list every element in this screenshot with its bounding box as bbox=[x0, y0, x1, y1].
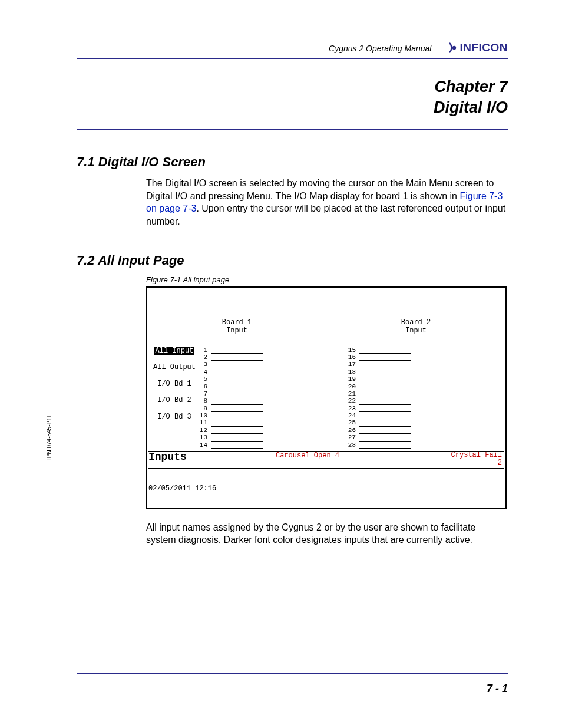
input-row: 2 bbox=[198, 354, 316, 361]
input-value-line bbox=[359, 355, 411, 361]
input-row: 26 bbox=[346, 427, 464, 434]
input-row: 28 bbox=[346, 442, 464, 449]
input-number: 25 bbox=[346, 419, 357, 426]
input-number: 3 bbox=[198, 361, 209, 368]
chapter-name: Digital I/O bbox=[77, 97, 508, 118]
input-value-line bbox=[211, 399, 263, 405]
input-number: 21 bbox=[346, 390, 357, 397]
status-message-carousel: Carousel Open 4 bbox=[276, 452, 339, 460]
input-row: 10 bbox=[198, 412, 316, 419]
input-number: 18 bbox=[346, 368, 357, 375]
side-ipn-label: IPN 074-545-P1E bbox=[46, 414, 52, 460]
section-7-1-paragraph: The Digital I/O screen is selected by mo… bbox=[146, 177, 508, 228]
brand-text: INFICON bbox=[459, 41, 508, 54]
input-number: 5 bbox=[198, 375, 209, 383]
input-row: 1 bbox=[198, 347, 316, 354]
timestamp: 02/05/2011 12:16 bbox=[148, 485, 216, 493]
nav-all-input[interactable]: All Input bbox=[151, 347, 198, 355]
board-1-title: Board 1 bbox=[147, 318, 326, 327]
inputs-column-2: 1516171819202122232425262728 bbox=[346, 347, 464, 449]
input-number: 10 bbox=[198, 412, 209, 419]
input-value-line bbox=[211, 377, 263, 383]
nav-all-input-label: All Input bbox=[154, 347, 195, 355]
input-row: 11 bbox=[198, 419, 316, 426]
input-row: 12 bbox=[198, 427, 316, 434]
input-row: 13 bbox=[198, 434, 316, 441]
input-number: 1 bbox=[198, 347, 209, 354]
input-value-line bbox=[211, 363, 263, 368]
input-number: 19 bbox=[346, 375, 357, 383]
section-7-2-heading: 7.2 All Input Page bbox=[77, 253, 508, 268]
section-7-2-paragraph: All input names assigned by the Cygnus 2… bbox=[146, 521, 508, 546]
input-row: 22 bbox=[346, 397, 464, 404]
input-value-line bbox=[211, 384, 263, 390]
input-value-line bbox=[211, 413, 263, 419]
input-value-line bbox=[211, 348, 263, 354]
input-number: 9 bbox=[198, 405, 209, 412]
input-number: 22 bbox=[346, 397, 357, 404]
page-footer: 7 - 1 bbox=[77, 673, 508, 695]
input-row: 19 bbox=[346, 375, 464, 383]
input-row: 16 bbox=[346, 354, 464, 361]
para-text-b: . Upon entry the cursor will be placed a… bbox=[146, 203, 505, 226]
input-row: 4 bbox=[198, 368, 316, 375]
input-value-line bbox=[359, 363, 411, 368]
input-number: 17 bbox=[346, 361, 357, 368]
status-bar: Inputs Carousel Open 4 Crystal Fail 2 bbox=[148, 451, 504, 469]
input-number: 12 bbox=[198, 427, 209, 434]
input-number: 4 bbox=[198, 368, 209, 375]
input-value-line bbox=[359, 443, 411, 449]
input-number: 8 bbox=[198, 397, 209, 404]
page: Cygnus 2 Operating Manual INFICON Chapte… bbox=[0, 0, 562, 728]
input-row: 8 bbox=[198, 397, 316, 404]
input-row: 5 bbox=[198, 375, 316, 383]
input-row: 15 bbox=[346, 347, 464, 354]
crystal-fail-value: 2 bbox=[498, 459, 502, 467]
input-value-line bbox=[359, 406, 411, 412]
input-row: 9 bbox=[198, 405, 316, 412]
input-number: 15 bbox=[346, 347, 357, 354]
input-number: 28 bbox=[346, 442, 357, 449]
input-row: 18 bbox=[346, 368, 464, 375]
input-number: 24 bbox=[346, 412, 357, 419]
nav-io-bd-2[interactable]: I/O Bd 2 bbox=[151, 396, 198, 404]
page-header: Cygnus 2 Operating Manual INFICON bbox=[77, 41, 508, 59]
para-text-a: The Digital I/O screen is selected by mo… bbox=[146, 178, 494, 201]
board-header-row: Board 1 Input Board 2 Input bbox=[147, 318, 505, 335]
input-row: 21 bbox=[346, 390, 464, 397]
status-title: Inputs bbox=[148, 452, 187, 462]
input-value-line bbox=[211, 428, 263, 434]
input-value-line bbox=[359, 399, 411, 405]
input-number: 7 bbox=[198, 390, 209, 397]
input-value-line bbox=[211, 436, 263, 442]
page-number: 7 - 1 bbox=[487, 683, 508, 694]
input-value-line bbox=[359, 391, 411, 397]
input-value-line bbox=[211, 391, 263, 397]
nav-all-output[interactable]: All Output bbox=[151, 363, 198, 371]
input-number: 13 bbox=[198, 434, 209, 441]
input-row: 6 bbox=[198, 383, 316, 390]
section-7-1-heading: 7.1 Digital I/O Screen bbox=[77, 154, 508, 170]
input-value-line bbox=[359, 377, 411, 383]
nav-io-bd-3[interactable]: I/O Bd 3 bbox=[151, 413, 198, 421]
board-1-subtitle: Input bbox=[147, 327, 326, 335]
input-value-line bbox=[359, 436, 411, 442]
input-number: 14 bbox=[198, 442, 209, 449]
input-value-line bbox=[359, 384, 411, 390]
input-value-line bbox=[211, 370, 263, 375]
input-row: 14 bbox=[198, 442, 316, 449]
input-row: 25 bbox=[346, 419, 464, 426]
input-value-line bbox=[359, 421, 411, 427]
input-row: 3 bbox=[198, 361, 316, 368]
input-row: 24 bbox=[346, 412, 464, 419]
board-2-title: Board 2 bbox=[326, 318, 505, 327]
nav-io-bd-1[interactable]: I/O Bd 1 bbox=[151, 380, 198, 388]
input-row: 23 bbox=[346, 405, 464, 412]
status-message-crystal: Crystal Fail 2 bbox=[451, 452, 502, 467]
brand-logo: INFICON bbox=[448, 41, 508, 54]
input-value-line bbox=[359, 348, 411, 354]
manual-title: Cygnus 2 Operating Manual bbox=[329, 44, 431, 54]
input-value-line bbox=[211, 421, 263, 427]
input-number: 16 bbox=[346, 354, 357, 361]
chapter-title-block: Chapter 7 Digital I/O bbox=[77, 77, 508, 130]
